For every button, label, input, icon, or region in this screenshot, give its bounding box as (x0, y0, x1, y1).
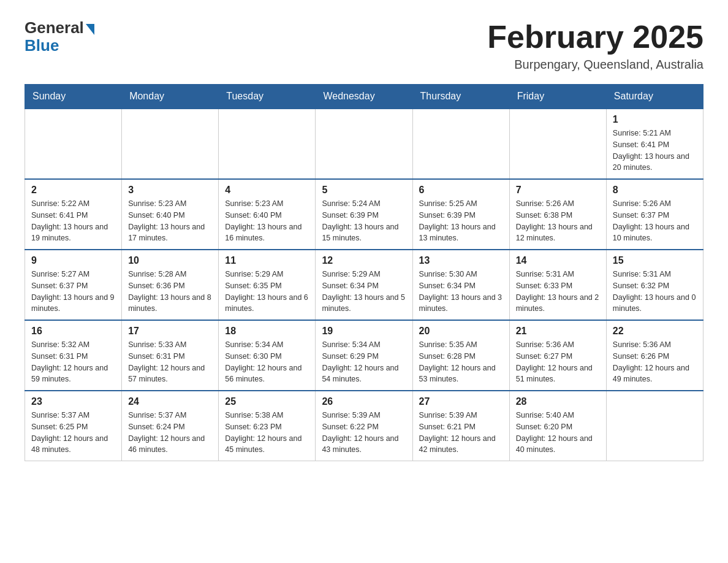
day-number: 6 (419, 185, 503, 196)
month-title: February 2025 (487, 18, 703, 55)
day-number: 8 (613, 185, 697, 196)
day-info: Sunrise: 5:29 AM Sunset: 6:35 PM Dayligh… (225, 269, 309, 315)
day-cell-3-1: 17Sunrise: 5:33 AM Sunset: 6:31 PM Dayli… (122, 320, 219, 391)
day-info: Sunrise: 5:24 AM Sunset: 6:39 PM Dayligh… (322, 198, 406, 244)
day-info: Sunrise: 5:23 AM Sunset: 6:40 PM Dayligh… (128, 198, 212, 244)
day-number: 17 (128, 326, 212, 337)
day-number: 21 (516, 326, 600, 337)
day-info: Sunrise: 5:22 AM Sunset: 6:41 PM Dayligh… (31, 198, 115, 244)
day-info: Sunrise: 5:34 AM Sunset: 6:30 PM Dayligh… (225, 339, 309, 385)
day-info: Sunrise: 5:36 AM Sunset: 6:27 PM Dayligh… (516, 339, 600, 385)
page-header: General Blue February 2025 Burpengary, Q… (25, 18, 703, 72)
day-number: 4 (225, 185, 309, 196)
day-info: Sunrise: 5:25 AM Sunset: 6:39 PM Dayligh… (419, 198, 503, 244)
day-info: Sunrise: 5:40 AM Sunset: 6:20 PM Dayligh… (516, 410, 600, 456)
day-cell-3-2: 18Sunrise: 5:34 AM Sunset: 6:30 PM Dayli… (219, 320, 316, 391)
day-info: Sunrise: 5:26 AM Sunset: 6:37 PM Dayligh… (613, 198, 697, 244)
day-cell-4-2: 25Sunrise: 5:38 AM Sunset: 6:23 PM Dayli… (219, 391, 316, 461)
day-number: 15 (613, 255, 697, 266)
day-number: 23 (31, 396, 115, 407)
day-cell-4-0: 23Sunrise: 5:37 AM Sunset: 6:25 PM Dayli… (25, 391, 122, 461)
week-row-4: 16Sunrise: 5:32 AM Sunset: 6:31 PM Dayli… (25, 320, 703, 391)
day-cell-2-5: 14Sunrise: 5:31 AM Sunset: 6:33 PM Dayli… (509, 250, 606, 320)
day-info: Sunrise: 5:37 AM Sunset: 6:24 PM Dayligh… (128, 410, 212, 456)
day-cell-3-5: 21Sunrise: 5:36 AM Sunset: 6:27 PM Dayli… (509, 320, 606, 391)
day-cell-3-3: 19Sunrise: 5:34 AM Sunset: 6:29 PM Dayli… (316, 320, 412, 391)
logo-general-text: General (25, 18, 84, 37)
day-info: Sunrise: 5:28 AM Sunset: 6:36 PM Dayligh… (128, 269, 212, 315)
day-info: Sunrise: 5:26 AM Sunset: 6:38 PM Dayligh… (516, 198, 600, 244)
day-number: 10 (128, 255, 212, 266)
weekday-header-row: SundayMondayTuesdayWednesdayThursdayFrid… (25, 85, 703, 109)
day-cell-0-3 (316, 109, 412, 179)
day-cell-1-0: 2Sunrise: 5:22 AM Sunset: 6:41 PM Daylig… (25, 179, 122, 250)
day-cell-4-4: 27Sunrise: 5:39 AM Sunset: 6:21 PM Dayli… (412, 391, 509, 461)
day-cell-4-3: 26Sunrise: 5:39 AM Sunset: 6:22 PM Dayli… (316, 391, 412, 461)
day-info: Sunrise: 5:33 AM Sunset: 6:31 PM Dayligh… (128, 339, 212, 385)
week-row-2: 2Sunrise: 5:22 AM Sunset: 6:41 PM Daylig… (25, 179, 703, 250)
day-cell-0-4 (412, 109, 509, 179)
logo: General Blue (25, 18, 94, 55)
day-number: 25 (225, 396, 309, 407)
day-cell-4-6 (606, 391, 703, 461)
header-friday: Friday (509, 85, 606, 109)
day-cell-0-2 (219, 109, 316, 179)
day-cell-2-4: 13Sunrise: 5:30 AM Sunset: 6:34 PM Dayli… (412, 250, 509, 320)
day-number: 24 (128, 396, 212, 407)
day-number: 19 (322, 326, 406, 337)
title-section: February 2025 Burpengary, Queensland, Au… (487, 18, 703, 72)
day-number: 20 (419, 326, 503, 337)
day-info: Sunrise: 5:39 AM Sunset: 6:22 PM Dayligh… (322, 410, 406, 456)
header-monday: Monday (122, 85, 219, 109)
day-info: Sunrise: 5:29 AM Sunset: 6:34 PM Dayligh… (322, 269, 406, 315)
day-cell-1-4: 6Sunrise: 5:25 AM Sunset: 6:39 PM Daylig… (412, 179, 509, 250)
day-number: 16 (31, 326, 115, 337)
day-cell-3-6: 22Sunrise: 5:36 AM Sunset: 6:26 PM Dayli… (606, 320, 703, 391)
header-tuesday: Tuesday (219, 85, 316, 109)
day-cell-1-3: 5Sunrise: 5:24 AM Sunset: 6:39 PM Daylig… (316, 179, 412, 250)
day-cell-4-1: 24Sunrise: 5:37 AM Sunset: 6:24 PM Dayli… (122, 391, 219, 461)
day-cell-0-0 (25, 109, 122, 179)
day-info: Sunrise: 5:32 AM Sunset: 6:31 PM Dayligh… (31, 339, 115, 385)
day-cell-2-2: 11Sunrise: 5:29 AM Sunset: 6:35 PM Dayli… (219, 250, 316, 320)
week-row-1: 1Sunrise: 5:21 AM Sunset: 6:41 PM Daylig… (25, 109, 703, 179)
logo-arrow-icon (86, 24, 94, 35)
day-cell-2-3: 12Sunrise: 5:29 AM Sunset: 6:34 PM Dayli… (316, 250, 412, 320)
day-info: Sunrise: 5:37 AM Sunset: 6:25 PM Dayligh… (31, 410, 115, 456)
day-number: 5 (322, 185, 406, 196)
day-number: 12 (322, 255, 406, 266)
day-info: Sunrise: 5:30 AM Sunset: 6:34 PM Dayligh… (419, 269, 503, 315)
day-cell-4-5: 28Sunrise: 5:40 AM Sunset: 6:20 PM Dayli… (509, 391, 606, 461)
day-info: Sunrise: 5:38 AM Sunset: 6:23 PM Dayligh… (225, 410, 309, 456)
day-info: Sunrise: 5:31 AM Sunset: 6:32 PM Dayligh… (613, 269, 697, 315)
header-saturday: Saturday (606, 85, 703, 109)
day-cell-1-1: 3Sunrise: 5:23 AM Sunset: 6:40 PM Daylig… (122, 179, 219, 250)
week-row-3: 9Sunrise: 5:27 AM Sunset: 6:37 PM Daylig… (25, 250, 703, 320)
day-cell-1-5: 7Sunrise: 5:26 AM Sunset: 6:38 PM Daylig… (509, 179, 606, 250)
day-number: 22 (613, 326, 697, 337)
header-sunday: Sunday (25, 85, 122, 109)
day-cell-2-6: 15Sunrise: 5:31 AM Sunset: 6:32 PM Dayli… (606, 250, 703, 320)
day-info: Sunrise: 5:23 AM Sunset: 6:40 PM Dayligh… (225, 198, 309, 244)
day-number: 11 (225, 255, 309, 266)
day-cell-0-6: 1Sunrise: 5:21 AM Sunset: 6:41 PM Daylig… (606, 109, 703, 179)
day-number: 9 (31, 255, 115, 266)
day-info: Sunrise: 5:36 AM Sunset: 6:26 PM Dayligh… (613, 339, 697, 385)
day-number: 26 (322, 396, 406, 407)
day-number: 28 (516, 396, 600, 407)
day-number: 7 (516, 185, 600, 196)
day-cell-1-6: 8Sunrise: 5:26 AM Sunset: 6:37 PM Daylig… (606, 179, 703, 250)
day-cell-3-0: 16Sunrise: 5:32 AM Sunset: 6:31 PM Dayli… (25, 320, 122, 391)
day-cell-0-5 (509, 109, 606, 179)
day-number: 3 (128, 185, 212, 196)
day-info: Sunrise: 5:27 AM Sunset: 6:37 PM Dayligh… (31, 269, 115, 315)
day-info: Sunrise: 5:34 AM Sunset: 6:29 PM Dayligh… (322, 339, 406, 385)
day-info: Sunrise: 5:39 AM Sunset: 6:21 PM Dayligh… (419, 410, 503, 456)
day-cell-0-1 (122, 109, 219, 179)
day-info: Sunrise: 5:31 AM Sunset: 6:33 PM Dayligh… (516, 269, 600, 315)
day-number: 2 (31, 185, 115, 196)
day-info: Sunrise: 5:21 AM Sunset: 6:41 PM Dayligh… (613, 128, 697, 174)
day-cell-2-1: 10Sunrise: 5:28 AM Sunset: 6:36 PM Dayli… (122, 250, 219, 320)
day-number: 13 (419, 255, 503, 266)
day-number: 14 (516, 255, 600, 266)
